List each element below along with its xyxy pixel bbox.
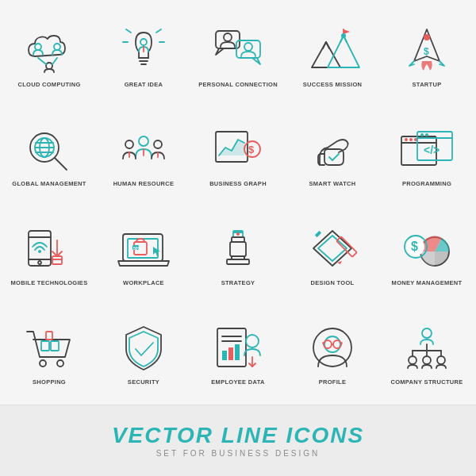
- svg-text:50%: 50%: [133, 246, 142, 251]
- security-label: SECURITY: [128, 378, 159, 386]
- svg-point-56: [38, 261, 41, 264]
- svg-point-1: [54, 44, 60, 50]
- business-graph-label: BUSINESS GRAPH: [209, 180, 267, 188]
- company-structure-label: COMPANY STRUCTURE: [390, 378, 463, 386]
- svg-rect-93: [235, 344, 240, 360]
- svg-line-4: [52, 58, 57, 64]
- svg-text:$: $: [411, 240, 418, 253]
- svg-point-0: [35, 44, 41, 50]
- svg-rect-86: [51, 341, 59, 351]
- icon-mobile-technologies: MOBILE TECHNOLOGIES: [4, 206, 94, 301]
- svg-marker-40: [219, 140, 244, 155]
- icon-business-graph: $ BUSINESS GRAPH: [193, 107, 283, 202]
- strategy-label: STRATEGY: [221, 279, 255, 287]
- svg-point-110: [423, 356, 431, 364]
- svg-point-103: [422, 328, 432, 338]
- icon-great-idea: GREAT IDEA: [98, 8, 189, 103]
- icon-programming: </> PROGRAMMING: [382, 107, 472, 202]
- svg-point-46: [409, 138, 413, 141]
- svg-line-102: [341, 343, 342, 344]
- svg-line-11: [156, 29, 161, 33]
- svg-point-33: [139, 136, 148, 146]
- icon-strategy: STRATEGY: [193, 206, 283, 301]
- footer: VECTOR LINE ICONS SET FOR BUSINESS DESIG…: [0, 405, 476, 476]
- icon-success-mission: SUCCESS MISSION: [287, 8, 378, 103]
- svg-text:</>: </>: [424, 144, 440, 156]
- svg-line-10: [126, 29, 131, 33]
- design-tool-label: DESIGN TOOL: [311, 279, 355, 287]
- startup-label: STARTUP: [413, 81, 442, 89]
- footer-word-line: LINE: [221, 423, 278, 447]
- icon-security: SECURITY: [98, 305, 189, 401]
- svg-point-2: [46, 63, 52, 69]
- programming-label: PROGRAMMING: [402, 180, 451, 188]
- svg-point-83: [40, 360, 46, 367]
- svg-point-73: [236, 232, 240, 236]
- svg-text:$: $: [248, 144, 255, 155]
- icon-human-resource: HUMAN RESOURCE: [98, 107, 189, 202]
- svg-rect-92: [228, 347, 233, 360]
- footer-subtitle: SET FOR BUSINESS DESIGN: [156, 449, 321, 458]
- svg-point-50: [420, 133, 424, 136]
- workplace-label: WORKPLACE: [123, 279, 164, 287]
- icon-global-management: GLOBAL MANAGEMENT: [4, 107, 94, 202]
- svg-point-22: [341, 33, 346, 38]
- icon-employee-data: EMPLOYEE DATA: [193, 305, 283, 401]
- cloud-computing-label: CLOUD COMPUTING: [17, 81, 80, 89]
- svg-marker-19: [328, 36, 359, 67]
- icon-shopping: SHOPPING: [4, 305, 94, 401]
- icon-design-tool: DESIGN TOOL: [287, 206, 378, 301]
- svg-rect-70: [230, 242, 246, 256]
- global-management-label: GLOBAL MANAGEMENT: [12, 180, 86, 188]
- svg-point-94: [246, 335, 259, 347]
- svg-point-51: [425, 133, 428, 136]
- icon-money-management: $ MONEY MANAGEMENT: [382, 206, 472, 301]
- icon-company-structure: COMPANY STRUCTURE: [382, 305, 472, 401]
- personal-connection-label: PERSONAL CONNECTION: [198, 81, 278, 89]
- success-mission-label: SUCCESS MISSION: [303, 81, 363, 89]
- icon-workplace: 50% WORKPLACE: [98, 206, 189, 301]
- svg-rect-87: [46, 332, 52, 340]
- icon-startup: $ STARTUP: [382, 8, 472, 103]
- svg-point-16: [224, 33, 232, 41]
- svg-marker-21: [344, 29, 350, 34]
- icon-cloud-computing: CLOUD COMPUTING: [4, 8, 94, 103]
- icons-grid: CLOUD COMPUTING: [0, 0, 476, 405]
- great-idea-label: GREAT IDEA: [125, 81, 163, 89]
- svg-rect-85: [41, 341, 49, 351]
- icon-profile: PROFILE: [287, 305, 378, 401]
- svg-rect-91: [222, 351, 227, 360]
- employee-data-label: EMPLOYEE DATA: [211, 378, 264, 386]
- svg-point-45: [405, 138, 408, 141]
- svg-point-17: [244, 43, 252, 51]
- svg-point-24: [424, 34, 430, 40]
- svg-point-109: [409, 356, 416, 364]
- svg-text:$: $: [424, 46, 429, 57]
- svg-point-8: [140, 39, 147, 45]
- mobile-technologies-label: MOBILE TECHNOLOGIES: [11, 279, 88, 287]
- main-container: CLOUD COMPUTING: [0, 0, 476, 476]
- svg-point-35: [154, 140, 162, 148]
- svg-rect-78: [315, 231, 321, 237]
- footer-word-icons: ICONS: [278, 423, 364, 447]
- human-resource-label: HUMAN RESOURCE: [113, 180, 175, 188]
- svg-point-57: [38, 250, 41, 253]
- svg-line-101: [323, 343, 324, 344]
- svg-point-84: [57, 360, 63, 367]
- profile-label: PROFILE: [319, 378, 347, 386]
- footer-title: VECTOR LINE ICONS: [112, 424, 364, 448]
- svg-rect-59: [52, 256, 62, 264]
- money-management-label: MONEY MANAGEMENT: [392, 279, 463, 287]
- svg-rect-71: [232, 256, 244, 259]
- footer-word-vector: VECTOR: [112, 423, 221, 447]
- svg-line-3: [38, 58, 46, 64]
- shopping-label: SHOPPING: [33, 378, 66, 386]
- icon-personal-connection: PERSONAL CONNECTION: [193, 8, 283, 103]
- smart-watch-label: SMART WATCH: [309, 180, 356, 188]
- icon-smart-watch: SMART WATCH: [287, 107, 378, 202]
- svg-line-27: [55, 158, 67, 170]
- svg-point-111: [437, 356, 445, 364]
- svg-marker-18: [312, 42, 340, 67]
- svg-point-34: [125, 140, 133, 148]
